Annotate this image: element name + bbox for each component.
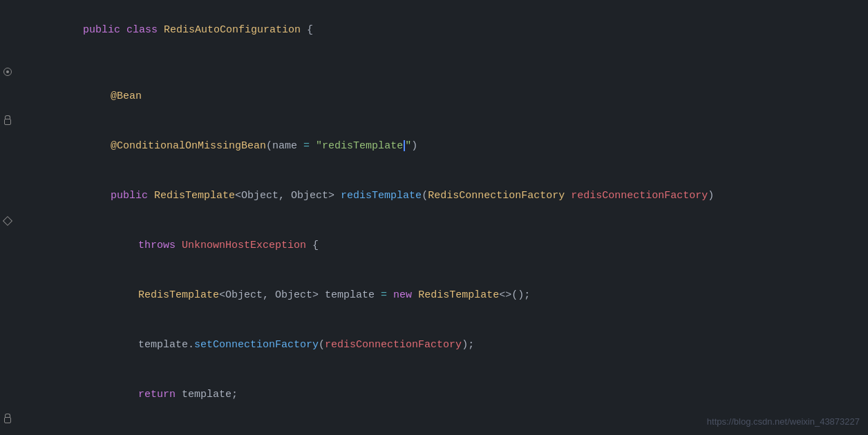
watermark: https://blog.csdn.net/weixin_43873227 (707, 415, 860, 429)
method-call: setConnectionFactory (194, 339, 319, 351)
param: template (325, 289, 381, 301)
code-line: public RedisTemplate<Object, Object> red… (0, 171, 868, 221)
keyword: return (138, 389, 182, 400)
code-content: return template; (28, 370, 868, 420)
exception: UnknownHostException (182, 240, 312, 251)
code-content: public RedisTemplate<Object, Object> red… (28, 171, 868, 221)
code-line: @ConditionalOnMissingBean(name = "redisT… (0, 122, 868, 171)
type: RedisTemplate (418, 289, 499, 301)
code-line (0, 55, 868, 72)
annotation: @Bean (111, 90, 142, 102)
operator: = (303, 140, 316, 152)
punctuation: . (188, 339, 194, 351)
code-content: @ConditionalOnMissingBean(name = "redisT… (28, 122, 868, 171)
punctuation: ); (462, 339, 474, 351)
generic: <Object, Object> (219, 289, 325, 301)
bean-icon (3, 67, 12, 77)
code-line: throws UnknownHostException { (0, 221, 868, 271)
string: "redisTemplate (316, 140, 403, 152)
param: template (138, 339, 188, 351)
code-content: RedisTemplate<Object, Object> template =… (28, 271, 868, 320)
keyword: new (393, 289, 418, 301)
code-line: return template; (0, 370, 868, 420)
code-content (28, 55, 868, 72)
punctuation: ( (319, 339, 325, 351)
punctuation: ; (232, 389, 238, 400)
keyword: public (111, 190, 154, 202)
lock-icon (3, 415, 12, 425)
param-name: redisConnectionFactory (325, 339, 462, 351)
keyword: class (126, 24, 164, 36)
code-content: public class RedisAutoConfiguration { (28, 6, 868, 55)
code-content: @Bean (28, 72, 868, 122)
type: RedisTemplate (138, 289, 219, 301)
diamond-icon (3, 216, 12, 226)
annotation: @ConditionalOnMissingBean (111, 140, 266, 152)
code-line: template.setConnectionFactory(redisConne… (0, 320, 868, 370)
class-name: RedisAutoConfiguration (164, 24, 307, 36)
type: RedisConnectionFactory (428, 190, 571, 202)
punctuation: ) (411, 140, 417, 152)
code-line: public class RedisAutoConfiguration { (0, 6, 868, 55)
generic: <> (499, 289, 511, 301)
string: " (405, 140, 411, 152)
param: name (272, 140, 303, 152)
type: RedisTemplate (154, 190, 235, 202)
punctuation: ( (266, 140, 272, 152)
code-editor: public class RedisAutoConfiguration { @B… (0, 0, 868, 435)
keyword: throws (138, 240, 182, 251)
method-name: redisTemplate (341, 190, 422, 202)
punctuation: ) (708, 190, 714, 202)
punctuation: ( (422, 190, 428, 202)
operator: = (381, 289, 393, 301)
keyword: public (83, 24, 126, 36)
brace: { (312, 240, 319, 251)
code-area: public class RedisAutoConfiguration { @B… (0, 0, 868, 435)
code-line: RedisTemplate<Object, Object> template =… (0, 271, 868, 320)
code-content: throws UnknownHostException { (28, 221, 868, 271)
generic: <Object, Object> (235, 190, 341, 202)
code-content: template.setConnectionFactory(redisConne… (28, 320, 868, 370)
param-name: redisConnectionFactory (571, 190, 708, 202)
lock-icon (3, 117, 12, 126)
brace: { (307, 24, 313, 36)
code-line: @Bean (0, 72, 868, 122)
punctuation: (); (511, 289, 530, 301)
param: template (182, 389, 232, 400)
